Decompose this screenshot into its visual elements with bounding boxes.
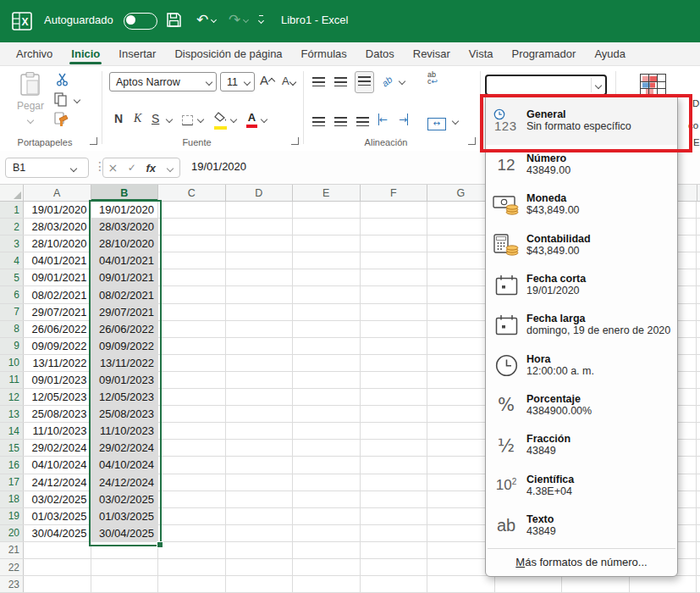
cell[interactable]: 08/02/2021 (24, 286, 91, 302)
cell[interactable]: 30/04/2025 (24, 525, 91, 541)
row-header[interactable]: 9 (0, 338, 24, 354)
tab-formulas[interactable]: Fórmulas (292, 42, 356, 66)
row-header[interactable]: 6 (0, 286, 24, 302)
row-header[interactable]: 5 (0, 269, 24, 285)
number-format-combobox[interactable] (485, 75, 607, 96)
cell[interactable]: 12/05/2023 (91, 389, 159, 405)
row-header[interactable]: 1 (0, 202, 24, 218)
cell[interactable]: 29/07/2021 (24, 304, 91, 320)
cell[interactable]: 03/02/2025 (91, 491, 159, 507)
cell[interactable]: 25/08/2023 (91, 406, 159, 422)
copy-dropdown-chevron[interactable] (74, 97, 80, 103)
cell[interactable]: 04/01/2021 (91, 252, 159, 269)
cell[interactable]: 29/02/2024 (24, 440, 91, 456)
tab-ayuda[interactable]: Ayuda (585, 42, 635, 66)
cell[interactable]: 11/10/2023 (91, 423, 159, 439)
grow-font-button[interactable]: A (260, 73, 274, 87)
orientation-dropdown-chevron[interactable] (399, 78, 405, 85)
enter-button[interactable]: ✓ (123, 162, 142, 174)
cell[interactable]: 08/02/2021 (91, 286, 159, 302)
quick-access-toolbar-menu-icon[interactable] (259, 15, 263, 23)
formula-bar-chevron[interactable] (161, 162, 180, 174)
empty-cells[interactable] (158, 576, 700, 592)
format-option-moneda[interactable]: Moneda$43,849.00 (486, 185, 677, 224)
cell[interactable]: 13/11/2022 (24, 355, 91, 371)
cell[interactable]: 04/10/2024 (91, 457, 159, 473)
bold-button[interactable]: N (114, 112, 123, 125)
column-header-D[interactable]: D (226, 185, 294, 202)
insert-function-button[interactable]: fx (141, 162, 161, 175)
cell[interactable]: 13/11/2022 (91, 355, 159, 371)
cell[interactable]: 29/07/2021 (91, 304, 159, 320)
cell[interactable]: 26/06/2022 (91, 321, 159, 337)
row-header[interactable]: 13 (0, 406, 24, 422)
cell[interactable]: 09/09/2022 (24, 338, 91, 354)
cell[interactable]: 28/03/2020 (91, 219, 159, 235)
excel-app-icon[interactable]: X (12, 12, 32, 30)
align-center-icon[interactable] (334, 115, 347, 130)
format-option-fecha-corta[interactable]: Fecha corta19/01/2020 (486, 265, 677, 305)
format-option-hora[interactable]: Hora12:00:00 a. m. (486, 345, 677, 385)
copy-icon[interactable] (54, 92, 68, 110)
cell[interactable]: 11/10/2023 (24, 423, 91, 439)
cell[interactable]: 24/12/2024 (91, 474, 159, 490)
dialog-launcher-fuente[interactable] (291, 137, 299, 145)
format-option-texto[interactable]: ab Texto43849 (486, 506, 677, 546)
cell[interactable]: 19/01/2020 (24, 202, 91, 218)
align-bottom-icon[interactable] (355, 71, 374, 93)
paste-button[interactable]: Pegar (10, 71, 51, 127)
row-header[interactable]: 15 (0, 440, 24, 456)
cell[interactable]: 30/04/2025 (91, 525, 159, 541)
font-color-icon[interactable]: A (246, 109, 257, 128)
decrease-indent-icon[interactable]: ← (378, 114, 388, 125)
format-option-general[interactable]: 123 GeneralSin formato específico (486, 97, 677, 145)
column-header-C[interactable]: C (158, 185, 226, 202)
select-all-corner[interactable] (0, 185, 24, 202)
format-option-numero[interactable]: 12 Número43849.00 (486, 145, 677, 185)
name-box[interactable]: B1 (5, 158, 89, 178)
tab-archivo[interactable]: Archivo (7, 42, 62, 66)
cancel-button[interactable]: × (103, 161, 123, 175)
tab-insertar[interactable]: Insertar (109, 42, 165, 66)
align-top-icon[interactable] (312, 75, 325, 91)
row-header[interactable]: 19 (0, 508, 24, 524)
row-header[interactable]: 7 (0, 304, 24, 320)
row-header[interactable]: 2 (0, 219, 24, 235)
row-header[interactable]: 4 (0, 252, 24, 269)
cell[interactable] (91, 542, 159, 558)
cell[interactable]: 09/01/2023 (24, 372, 91, 388)
merge-center-icon[interactable]: ↔ (427, 114, 446, 130)
cell[interactable] (91, 559, 159, 575)
column-header-E[interactable]: E (293, 185, 361, 202)
font-color-dropdown-chevron[interactable] (261, 116, 267, 123)
format-option-fecha-larga[interactable]: Fecha largadomingo, 19 de enero de 2020 (486, 305, 677, 345)
cell[interactable]: 04/01/2021 (24, 252, 91, 269)
underline-dropdown-chevron[interactable] (166, 116, 173, 123)
cell[interactable]: 09/01/2023 (91, 372, 159, 388)
cell[interactable]: 09/01/2021 (91, 269, 159, 285)
row-header[interactable]: 11 (0, 372, 24, 388)
borders-dropdown-chevron[interactable] (197, 116, 204, 123)
tab-vista[interactable]: Vista (460, 42, 503, 66)
cell[interactable]: 03/02/2025 (24, 491, 91, 507)
row-header[interactable]: 22 (0, 559, 24, 575)
row-header[interactable]: 8 (0, 321, 24, 337)
cell[interactable]: 26/06/2022 (24, 321, 91, 337)
save-icon[interactable] (166, 12, 182, 28)
cell[interactable] (24, 559, 91, 575)
row-header[interactable]: 17 (0, 474, 24, 490)
merge-dropdown-chevron[interactable] (452, 118, 459, 125)
increase-indent-icon[interactable]: → (399, 114, 408, 125)
orientation-icon[interactable]: ab (382, 73, 392, 88)
cell[interactable]: 01/03/2025 (91, 508, 159, 524)
row-header[interactable]: 12 (0, 389, 24, 405)
fill-color-dropdown-chevron[interactable] (230, 116, 237, 123)
cell[interactable]: 28/10/2020 (91, 236, 159, 252)
cell[interactable]: 29/02/2024 (91, 440, 159, 456)
underline-button[interactable]: S (152, 112, 159, 125)
row-header[interactable]: 21 (0, 542, 24, 558)
font-size-combobox[interactable]: 11 (220, 72, 255, 91)
align-left-icon[interactable] (312, 115, 325, 130)
more-number-formats-item[interactable]: Más formatos de número... (486, 549, 677, 576)
cell[interactable] (24, 542, 91, 558)
